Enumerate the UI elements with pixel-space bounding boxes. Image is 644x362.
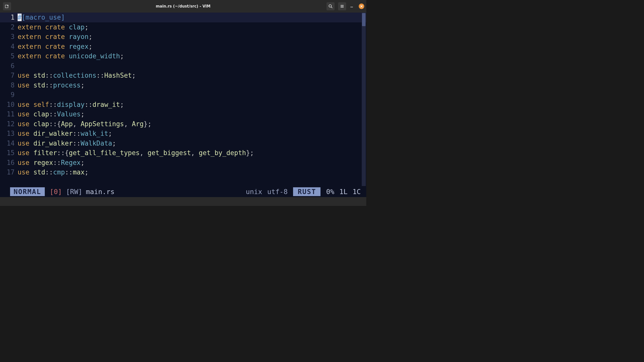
code-line[interactable]: 1#[macro_use] <box>0 13 366 22</box>
hamburger-icon <box>340 4 344 9</box>
status-column: 1C <box>350 188 366 196</box>
line-content: extern crate unicode_width; <box>18 52 366 60</box>
line-content: use self::display::draw_it; <box>18 101 366 108</box>
line-content: extern crate rayon; <box>18 33 366 40</box>
line-number: 10 <box>0 101 18 108</box>
scrollbar-thumb[interactable] <box>362 13 366 26</box>
code-line[interactable]: 15use filter::{get_all_file_types, get_b… <box>0 148 366 158</box>
code-line[interactable]: 14use dir_walker::WalkData; <box>0 139 366 148</box>
window-title: main.rs (~/dust/src) - VIM <box>156 4 211 9</box>
code-line[interactable]: 10use self::display::draw_it; <box>0 100 366 110</box>
svg-point-3 <box>329 5 332 7</box>
code-line[interactable]: 12use clap::{App, AppSettings, Arg}; <box>0 119 366 129</box>
titlebar: main.rs (~/dust/src) - VIM <box>0 0 366 13</box>
code-line[interactable]: 2extern crate clap; <box>0 22 366 32</box>
line-number: 7 <box>0 72 18 79</box>
code-line[interactable]: 8use std::process; <box>0 80 366 90</box>
code-line[interactable]: 5extern crate unicode_width; <box>0 51 366 61</box>
line-content: use clap::{App, AppSettings, Arg}; <box>18 120 366 128</box>
line-number: 6 <box>0 62 18 70</box>
statusline: NORMAL [0] [RW] main.rs unix utf-8 RUST … <box>0 186 366 197</box>
code-buffer[interactable]: 1#[macro_use]2extern crate clap;3extern … <box>0 13 366 186</box>
line-content: use std::collections::HashSet; <box>18 72 366 79</box>
minimize-icon <box>350 4 354 8</box>
code-line[interactable]: 16use regex::Regex; <box>0 158 366 168</box>
line-number: 13 <box>0 130 18 137</box>
status-line: 1L <box>337 188 350 196</box>
line-number: 5 <box>0 52 18 60</box>
titlebar-left <box>2 2 12 10</box>
search-button[interactable] <box>327 2 335 10</box>
status-percent: 0% <box>324 188 337 196</box>
status-git: [0] <box>45 188 65 196</box>
line-number: 4 <box>0 43 18 50</box>
line-content: use clap::Values; <box>18 110 366 118</box>
line-number: 17 <box>0 168 18 176</box>
status-mode: NORMAL <box>10 187 45 196</box>
line-content: extern crate clap; <box>18 23 366 31</box>
code-line[interactable]: 7use std::collections::HashSet; <box>0 71 366 80</box>
line-content: use dir_walker::WalkData; <box>18 140 366 147</box>
line-number: 2 <box>0 23 18 31</box>
line-content: use std::process; <box>18 81 366 89</box>
line-content: #[macro_use] <box>18 14 366 21</box>
code-line[interactable]: 6 <box>0 61 366 71</box>
line-number: 3 <box>0 33 18 40</box>
code-line[interactable]: 11use clap::Values; <box>0 109 366 119</box>
code-line[interactable]: 9 <box>0 90 366 100</box>
status-fileformat: unix <box>243 188 265 196</box>
svg-line-4 <box>331 7 333 8</box>
minimize-button[interactable] <box>349 3 355 9</box>
line-number: 15 <box>0 149 18 157</box>
line-number: 8 <box>0 81 18 89</box>
editor-area[interactable]: 1#[macro_use]2extern crate clap;3extern … <box>0 13 366 197</box>
code-line[interactable]: 17use std::cmp::max; <box>0 167 366 177</box>
close-icon <box>360 5 363 8</box>
line-number: 14 <box>0 140 18 147</box>
close-button[interactable] <box>359 4 364 9</box>
desktop-bottom-strip <box>0 197 366 206</box>
status-encoding: utf-8 <box>265 188 290 196</box>
status-readwrite: [RW] <box>64 188 84 196</box>
new-tab-icon <box>5 4 9 9</box>
status-filename: main.rs <box>84 188 116 196</box>
line-content: extern crate regex; <box>18 43 366 50</box>
line-number: 12 <box>0 120 18 128</box>
titlebar-right <box>326 2 364 10</box>
status-language: RUST <box>293 187 320 196</box>
code-line[interactable]: 3extern crate rayon; <box>0 32 366 42</box>
menu-button[interactable] <box>338 2 346 10</box>
line-number: 1 <box>0 14 18 21</box>
new-tab-button[interactable] <box>3 2 11 10</box>
code-line[interactable]: 13use dir_walker::walk_it; <box>0 129 366 139</box>
search-icon <box>328 4 333 9</box>
line-content: use regex::Regex; <box>18 159 366 166</box>
scrollbar-track[interactable] <box>362 13 366 186</box>
line-number: 9 <box>0 91 18 99</box>
line-number: 11 <box>0 110 18 118</box>
line-content: use std::cmp::max; <box>18 168 366 176</box>
code-line[interactable]: 4extern crate regex; <box>0 42 366 52</box>
line-content: use dir_walker::walk_it; <box>18 130 366 137</box>
line-content: use filter::{get_all_file_types, get_big… <box>18 149 366 157</box>
line-number: 16 <box>0 159 18 166</box>
terminal-window: main.rs (~/dust/src) - VIM 1#[macro_use]… <box>0 0 366 206</box>
